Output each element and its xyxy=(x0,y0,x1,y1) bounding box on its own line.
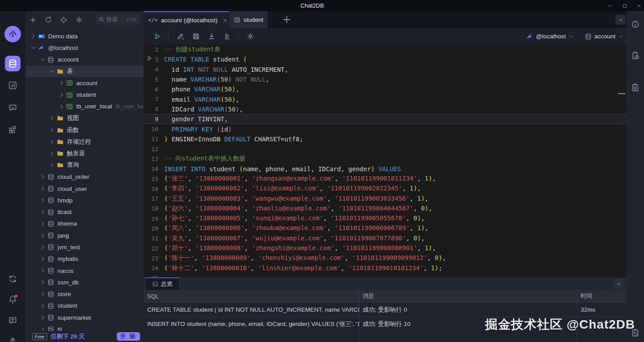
info-icon[interactable] xyxy=(631,20,640,29)
code-text: ('吴九', '13800000007', 'wujiu@example.com… xyxy=(164,235,425,243)
tree-item-函数[interactable]: 函数 xyxy=(25,124,144,136)
tree-item-store[interactable]: store xyxy=(25,288,144,300)
database-icon xyxy=(47,267,54,274)
maximize-button[interactable] xyxy=(618,0,632,11)
tree-item-account[interactable]: account xyxy=(25,77,144,89)
tree-item-视图[interactable]: 视图 xyxy=(25,112,144,124)
refresh-button[interactable] xyxy=(45,16,52,24)
code-text: ) ENGINE=InnoDB DEFAULT CHARSET=utf8; xyxy=(164,136,303,143)
panel-collapse-button[interactable] xyxy=(614,279,623,288)
rail-item-database[interactable] xyxy=(5,56,21,71)
tab-overflow-button[interactable] xyxy=(615,15,625,25)
tree-item-tb-user-local[interactable]: tb_user_localtb_user_loca xyxy=(25,101,144,112)
tab-student[interactable]: student xyxy=(229,11,268,28)
tree-item-suffix: tb_user_loca xyxy=(116,103,144,110)
tree-item-触发器[interactable]: 触发器 xyxy=(25,148,144,159)
avatar[interactable]: 小 xyxy=(4,26,21,42)
tree-item-ssm-db[interactable]: ssm_db xyxy=(25,276,144,288)
rail-item-rocket[interactable] xyxy=(5,334,21,342)
chevron-down-icon xyxy=(616,281,622,287)
run-statement-gutter-icon[interactable] xyxy=(146,55,153,62)
tree-item-jang[interactable]: jang xyxy=(25,230,144,241)
tree-item-label: Demo data xyxy=(48,33,78,40)
tree-item-nacos[interactable]: nacos xyxy=(25,265,144,276)
tree-item-cloud-order[interactable]: cloud_order xyxy=(25,171,144,183)
code-text: ('陈十一', '13800000009', 'chenshiyi@exampl… xyxy=(164,254,446,262)
tab-label: student xyxy=(244,16,263,23)
tree-item-demo-data[interactable]: Demo data xyxy=(25,30,144,42)
code-line-7: 7 email VARCHAR(50), xyxy=(144,94,627,104)
tree-item-itheima[interactable]: itheima xyxy=(25,218,144,230)
tree-item-supermarket[interactable]: supermarket xyxy=(25,312,144,323)
rail-item-chat-face[interactable] xyxy=(5,100,21,115)
results-table-header: SQL 消息 时间 xyxy=(144,290,627,302)
download-button[interactable] xyxy=(208,33,215,40)
line-number: 8 xyxy=(144,106,164,112)
blocks-icon xyxy=(8,125,17,134)
tab-account-localhost-[interactable]: </>account (@localhost) xyxy=(144,11,235,28)
line-number: 12 xyxy=(144,146,164,152)
tree-item-jvm-test[interactable]: jvm_test xyxy=(25,241,144,253)
tree-item-account[interactable]: account xyxy=(25,54,144,66)
column-divider xyxy=(359,290,359,342)
code-line-22: 22('郑十', '13800000008', 'zhengshi@exampl… xyxy=(144,243,627,253)
chevron-right-icon xyxy=(39,314,46,321)
tree-item-hmdp[interactable]: hmdp xyxy=(25,194,144,206)
tree-item-表[interactable]: 表 xyxy=(25,66,144,77)
run-button[interactable] xyxy=(153,33,161,40)
connection-select[interactable]: @localhost xyxy=(526,33,574,40)
search-input[interactable]: 搜索 CtrlF xyxy=(96,14,140,25)
column-header-message: 消息 xyxy=(359,292,577,300)
tree-item-label: store xyxy=(58,291,71,297)
line-number: 16 xyxy=(144,185,164,192)
rail-item-bar-chart[interactable] xyxy=(5,78,21,93)
rail-item-sync[interactable] xyxy=(5,271,21,287)
save-button[interactable] xyxy=(192,33,200,40)
sql-editor[interactable]: 2-- 创建student表3CREATE TABLE student (4 i… xyxy=(144,45,627,277)
clipboard-clock-icon[interactable] xyxy=(631,51,640,60)
close-button[interactable] xyxy=(632,0,644,11)
result-row-2[interactable]: INSERT INTO student (name, phone, email,… xyxy=(144,317,627,331)
database-icon xyxy=(47,314,54,321)
tree-item-mybatis[interactable]: mybatis xyxy=(25,253,144,265)
close-tab-icon[interactable] xyxy=(222,17,228,23)
chevron-right-icon xyxy=(39,302,46,309)
gear-button[interactable] xyxy=(247,33,254,40)
tree-item-tli[interactable]: tli xyxy=(25,323,144,331)
add-tab-button[interactable] xyxy=(282,15,292,25)
database-icon xyxy=(47,173,54,181)
indent-guide xyxy=(172,65,172,134)
overview-tab-label: 总览 xyxy=(161,280,173,288)
results-panel: 总览 SQL 消息 时间 CREATE TABLE student ( id I… xyxy=(144,277,627,342)
rail-item-bell[interactable] xyxy=(5,292,21,307)
upgrade-button[interactable]: 升 级 xyxy=(117,332,140,341)
chevron-right-icon xyxy=(39,185,46,192)
tree-item-label: 存储过程 xyxy=(67,138,91,146)
tree-item-student[interactable]: student xyxy=(25,89,144,100)
tree-item-存储过程[interactable]: 存储过程 xyxy=(25,136,144,148)
database-label: account xyxy=(594,33,615,40)
folder-icon xyxy=(57,127,64,134)
minimize-button[interactable] xyxy=(603,0,616,11)
gear-button[interactable] xyxy=(75,16,83,24)
code-text: id INT NOT NULL AUTO_INCREMENT, xyxy=(164,66,288,73)
plus-button[interactable] xyxy=(29,16,37,24)
tree-item-cloud-user[interactable]: cloud_user xyxy=(25,183,144,194)
target-button[interactable] xyxy=(60,16,67,24)
database-select[interactable]: account xyxy=(585,33,623,40)
rail-item-blocks[interactable] xyxy=(5,122,21,137)
tree-item-itcast[interactable]: itcast xyxy=(25,206,144,218)
left-rail: 小 xyxy=(0,11,25,342)
code-line-20: 20('周八', '13800000006', 'zhouba@example.… xyxy=(144,223,627,233)
ai-pen-button[interactable] xyxy=(177,33,184,40)
rail-item-message[interactable] xyxy=(5,313,21,328)
result-row-1[interactable]: CREATE TABLE student ( id INT NOT NULL A… xyxy=(144,302,627,317)
tree-item--localhost[interactable]: @localhost xyxy=(25,42,144,54)
tab-overview[interactable]: 总览 xyxy=(145,277,180,290)
run-selected-button[interactable] xyxy=(223,33,231,40)
clipboard-list-icon[interactable] xyxy=(631,83,640,92)
clipboard-pen-icon[interactable] xyxy=(631,329,640,337)
tree-item-student[interactable]: student xyxy=(25,300,144,312)
upgrade-bar: Free 仅剩下 28 天 升 级 xyxy=(25,331,144,342)
tree-item-查询[interactable]: 查询 xyxy=(25,159,144,171)
